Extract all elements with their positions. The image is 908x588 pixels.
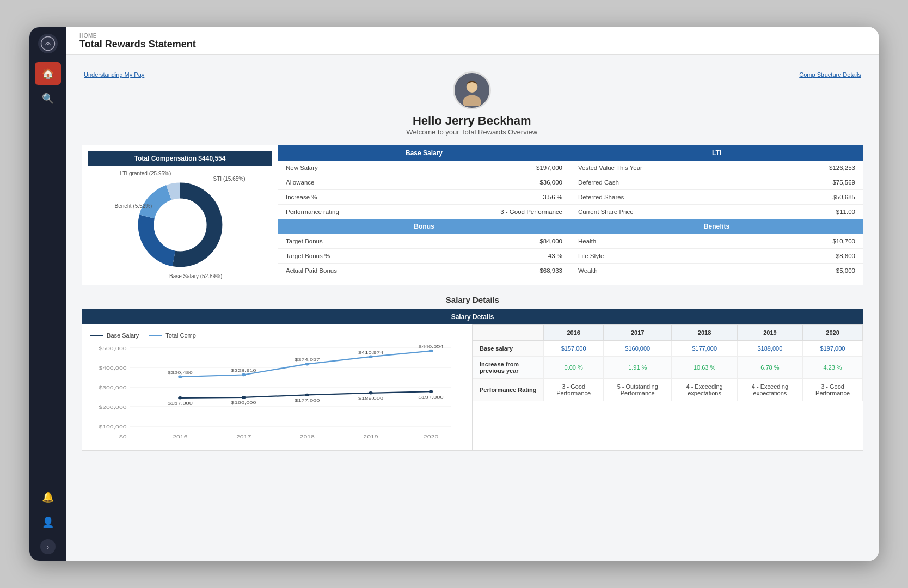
salary-table: 2016 2017 2018 2019 2020 Base salar	[473, 324, 863, 401]
salary-table-body: Base salary$157,000$160,000$177,000$189,…	[473, 341, 863, 401]
row-value: 0.00 %	[544, 357, 604, 379]
salary-details-title: Salary Details	[82, 295, 863, 304]
main-content: HOME Total Rewards Statement Understandi…	[66, 27, 879, 561]
row-value: 1.91 %	[604, 357, 672, 379]
salary-details-section: Salary Details Salary Details Base Salar…	[82, 295, 863, 451]
sidebar-item-notifications[interactable]: 🔔	[35, 486, 61, 509]
svg-text:2018: 2018	[300, 434, 315, 439]
svg-point-36	[178, 375, 182, 378]
row-value: 6.78 %	[737, 357, 802, 379]
hero-subtitle: Welcome to your Total Rewards Overview	[406, 128, 537, 136]
base-salary-row: Increase %3.56 %	[278, 190, 570, 205]
top-bar: HOME Total Rewards Statement	[66, 27, 879, 55]
row-value: $189,000	[737, 341, 802, 357]
line-chart: $500,000 $400,000 $300,000 $200,000 $100…	[90, 343, 464, 441]
table-header-2018: 2018	[672, 325, 737, 341]
row-value: 4 - Exceeding expectations	[737, 379, 802, 401]
svg-text:$157,000: $157,000	[168, 401, 193, 406]
sidebar-item-home[interactable]: 🏠	[35, 62, 61, 85]
hero-links: Understanding My Pay	[82, 71, 863, 136]
base-salary-section: Base Salary New Salary$197,000Allowance$…	[278, 145, 570, 285]
svg-text:$400,000: $400,000	[99, 365, 126, 370]
row-label: Base salary	[473, 341, 544, 357]
lti-row: Current Share Price$11.00	[570, 205, 863, 219]
lti-section: LTI Vested Value This Year$126,253Deferr…	[570, 145, 863, 285]
lti-row: Deferred Cash$75,569	[570, 175, 863, 190]
svg-text:$410,974: $410,974	[358, 350, 384, 354]
row-value: 3 - Good Performance	[544, 379, 604, 401]
svg-text:$177,000: $177,000	[295, 397, 320, 402]
hero-section: Understanding My Pay	[82, 64, 863, 143]
lti-row: Vested Value This Year$126,253	[570, 161, 863, 175]
total-comp-header: Total Compensation $440,554	[88, 151, 272, 166]
svg-point-39	[369, 356, 372, 358]
svg-point-1	[47, 44, 48, 45]
understanding-my-pay-link[interactable]: Understanding My Pay	[84, 71, 144, 136]
table-header-2016: 2016	[544, 325, 604, 341]
breadcrumb: HOME	[79, 33, 866, 39]
benefits-rows: Health$10,700Life Style$8,600Wealth$5,00…	[570, 234, 863, 278]
row-value: 3 - Good Performance	[803, 379, 863, 401]
avatar	[453, 71, 491, 109]
sidebar-item-user[interactable]: 👤	[35, 511, 61, 534]
total-comp-legend: Total Comp	[149, 332, 196, 339]
svg-text:$500,000: $500,000	[99, 345, 126, 351]
table-header-2020: 2020	[803, 325, 863, 341]
svg-point-41	[178, 396, 182, 399]
svg-text:$200,000: $200,000	[99, 404, 126, 409]
benefit-label: Benefit (5.52%)	[115, 203, 152, 209]
comp-structure-link[interactable]: Comp Structure Details	[799, 71, 861, 136]
salary-grid: Base Salary Total Comp	[82, 324, 863, 450]
row-value: 4.23 %	[803, 357, 863, 379]
app-logo	[38, 34, 58, 53]
row-label: Performance Rating	[473, 379, 544, 401]
table-header-2017: 2017	[604, 325, 672, 341]
svg-text:$300,000: $300,000	[99, 384, 126, 390]
base-salary-header: Base Salary	[278, 145, 570, 161]
sti-label: STI (15.65%)	[213, 176, 246, 182]
row-value: 10.63 %	[672, 357, 737, 379]
chart-legend: Base Salary Total Comp	[90, 332, 464, 339]
donut-section: Total Compensation $440,554 LTI granted …	[82, 145, 278, 285]
svg-text:$0: $0	[119, 434, 127, 439]
bonus-rows: Target Bonus$84,000Target Bonus %43 %Act…	[278, 234, 570, 278]
row-value: 5 - Outstanding Performance	[604, 379, 672, 401]
salary-panel-header: Salary Details	[82, 309, 863, 324]
chart-area: Base Salary Total Comp	[82, 324, 473, 450]
row-value: $177,000	[672, 341, 737, 357]
salary-table-area: 2016 2017 2018 2019 2020 Base salar	[473, 324, 863, 450]
svg-point-37	[242, 373, 246, 376]
base-salary-donut-label: Base Salary (52.89%)	[169, 273, 222, 279]
benefits-row: Health$10,700	[570, 234, 863, 249]
sidebar-expand-button[interactable]: ›	[40, 539, 56, 554]
table-row: Increase from previous year0.00 %1.91 %1…	[473, 357, 863, 379]
lti-header: LTI	[570, 145, 863, 161]
svg-text:$374,057: $374,057	[295, 357, 320, 362]
svg-text:$320,486: $320,486	[168, 370, 193, 375]
svg-point-42	[242, 396, 246, 399]
svg-text:$440,554: $440,554	[419, 344, 444, 348]
donut-chart: LTI granted (25.95%) Benefit (5.52%) STI…	[115, 170, 246, 279]
svg-point-45	[429, 390, 433, 393]
svg-text:2020: 2020	[424, 434, 438, 439]
table-row: Performance Rating3 - Good Performance5 …	[473, 379, 863, 401]
svg-point-38	[305, 363, 309, 365]
base-salary-row: Performance rating3 - Good Performance	[278, 205, 570, 219]
svg-text:$100,000: $100,000	[99, 424, 126, 429]
base-salary-row: New Salary$197,000	[278, 161, 570, 175]
base-salary-rows: New Salary$197,000Allowance$36,000Increa…	[278, 161, 570, 219]
sidebar-item-search[interactable]: 🔍	[35, 87, 61, 110]
bonus-header: Bonus	[278, 219, 570, 234]
table-header-2019: 2019	[737, 325, 802, 341]
svg-text:$189,000: $189,000	[358, 396, 384, 401]
svg-text:2017: 2017	[236, 434, 251, 439]
table-header-label	[473, 325, 544, 341]
svg-text:$197,000: $197,000	[419, 394, 444, 399]
table-row: Base salary$157,000$160,000$177,000$189,…	[473, 341, 863, 357]
total-comp-line-icon	[149, 335, 162, 336]
svg-text:$160,000: $160,000	[231, 400, 257, 405]
row-label: Increase from previous year	[473, 357, 544, 379]
row-value: $160,000	[604, 341, 672, 357]
base-salary-line-icon	[90, 335, 103, 336]
row-value: 4 - Exceeding expectations	[672, 379, 737, 401]
